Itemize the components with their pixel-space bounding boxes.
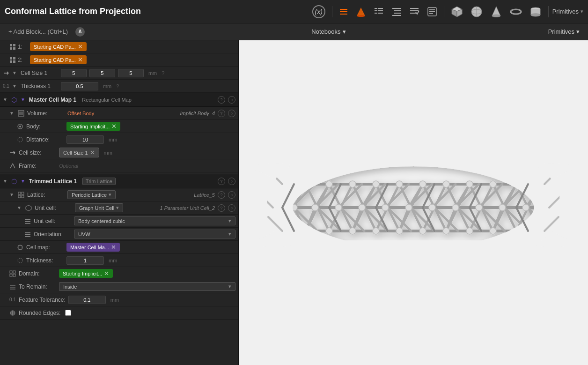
tl-inner-chevron[interactable] <box>21 179 25 184</box>
item-1-tag[interactable]: Starting CAD Pa... ✕ <box>30 42 87 51</box>
shape-btn-3[interactable] <box>389 5 404 19</box>
unit-cell-menu-btn[interactable]: ○ <box>228 204 235 212</box>
sphere-btn[interactable] <box>468 4 485 20</box>
svg-rect-64 <box>22 195 24 198</box>
svg-rect-81 <box>10 289 15 290</box>
feature-tolerance-unit: mm <box>110 297 119 303</box>
thickness-input[interactable] <box>61 82 98 90</box>
cell-size-tag-close[interactable]: ✕ <box>90 149 95 156</box>
distance-input[interactable] <box>66 135 104 144</box>
fx-button[interactable]: (x) <box>309 3 328 20</box>
mcm-help-btn[interactable]: ? <box>218 96 225 104</box>
lattice-help-btn[interactable]: ? <box>218 191 225 199</box>
volume-row[interactable]: Volume: Offset Body Implicit Body_4 ? ○ <box>0 107 238 120</box>
feature-tolerance-input[interactable] <box>68 296 106 304</box>
thickness-chevron[interactable] <box>12 83 17 89</box>
item-2-tag[interactable]: Starting CAD Pa... ✕ <box>30 55 87 64</box>
volume-chevron[interactable] <box>9 111 14 116</box>
tl-help-btn[interactable]: ? <box>218 178 225 185</box>
tl-thickness-input[interactable] <box>66 256 104 265</box>
tl-menu-btn[interactable]: ○ <box>228 178 235 185</box>
cell-size-chevron[interactable] <box>12 70 17 75</box>
tl-thickness-row[interactable]: Thickness: mm <box>0 254 238 267</box>
unit-cell-ref: 1 Parameter Unit Cell_2 <box>160 205 215 211</box>
mcm-cell-size-row[interactable]: Cell size: Cell Size 1 ✕ mm <box>0 146 238 159</box>
primitives-button[interactable]: Primitives ▾ <box>544 26 583 37</box>
unit-cell-value: Body centered cubic <box>78 218 125 224</box>
cell-map-row[interactable]: Cell map: Master Cell Ma... ✕ <box>0 241 238 254</box>
lattice-chevron[interactable] <box>9 192 14 197</box>
shape-btn-2[interactable] <box>371 5 387 19</box>
cylinder-btn[interactable] <box>527 4 544 20</box>
item-2-close[interactable]: ✕ <box>78 56 83 63</box>
item-1-close[interactable]: ✕ <box>78 43 83 50</box>
orientation-row[interactable]: Orientation: UVW ▾ <box>0 228 238 241</box>
to-remain-row[interactable]: To Remain: Inside ▾ <box>0 280 238 293</box>
body-row[interactable]: Body: Starting Implicit... ✕ <box>0 120 238 133</box>
feature-tolerance-row[interactable]: 0.1 Feature Tolerance: mm <box>0 293 238 306</box>
cone-btn[interactable] <box>487 4 505 20</box>
cell-size-label: Cell Size 1 <box>21 70 58 76</box>
unit-cell-help-btn[interactable]: ? <box>218 204 225 212</box>
lattice-row[interactable]: Lattice: Periodic Lattice ▾ Lattice_5 ? … <box>0 188 238 201</box>
volume-help-btn[interactable]: ? <box>218 110 225 117</box>
svg-point-185 <box>312 204 318 211</box>
domain-tag[interactable]: Starting Implicit... ✕ <box>59 269 113 278</box>
box-btn[interactable] <box>448 4 466 20</box>
svg-rect-10 <box>378 13 383 14</box>
notebooks-button[interactable]: Notebooks ▾ <box>308 26 349 37</box>
frame-row[interactable]: Frame: Optional <box>0 159 238 172</box>
lattice-ref: Lattice_5 <box>194 192 215 198</box>
unit-cell-type-btn[interactable]: Graph Unit Cell ▾ <box>75 203 123 212</box>
list-icon-btn[interactable] <box>336 5 351 18</box>
svg-rect-66 <box>25 219 30 220</box>
frame-label: Frame: <box>19 163 56 169</box>
torus-btn[interactable] <box>507 4 525 20</box>
svg-rect-46 <box>10 60 12 63</box>
add-block-button[interactable]: + Add Block... (Ctrl+L) <box>5 26 72 37</box>
mcm-menu-btn[interactable]: ○ <box>228 96 235 104</box>
list-icon-2 <box>374 7 384 17</box>
rounded-edges-checkbox[interactable] <box>65 310 71 316</box>
thickness-row[interactable]: 0.1 Thickness 1 mm ? <box>0 80 238 93</box>
note-btn[interactable] <box>424 5 440 19</box>
cell-size-x-input[interactable] <box>61 69 87 77</box>
body-tag[interactable]: Starting Implicit... ✕ <box>66 122 120 131</box>
tl-chevron[interactable] <box>3 179 7 184</box>
item-2-row[interactable]: 2: Starting CAD Pa... ✕ <box>0 53 238 67</box>
rounded-edges-row[interactable]: Rounded Edges: <box>0 306 238 320</box>
rounded-edges-icon <box>9 310 16 316</box>
svg-rect-16 <box>410 10 419 11</box>
svg-rect-8 <box>378 10 383 11</box>
to-remain-select[interactable]: Inside ▾ <box>59 282 235 291</box>
cell-size-y-input[interactable] <box>89 69 115 77</box>
lattice-menu-btn[interactable]: ○ <box>228 191 235 199</box>
cell-map-tag[interactable]: Master Cell Ma... ✕ <box>66 243 120 252</box>
mcm-chevron[interactable] <box>3 97 7 102</box>
svg-point-189 <box>405 204 412 211</box>
unit-cell-inner-row[interactable]: Unit cell: Body centered cubic ▾ <box>0 215 238 228</box>
body-tag-close[interactable]: ✕ <box>111 123 117 130</box>
cell-size-row[interactable]: Cell Size 1 mm ? <box>0 67 238 80</box>
unit-cell-outer-row[interactable]: Unit cell: Graph Unit Cell ▾ 1 Parameter… <box>0 201 238 215</box>
master-cell-map-header[interactable]: ⬡ Master Cell Map 1 Rectangular Cell Map… <box>0 93 238 107</box>
svg-rect-71 <box>25 236 30 237</box>
item-1-row[interactable]: 1: Starting CAD Pa... ✕ <box>0 40 238 53</box>
domain-tag-close[interactable]: ✕ <box>104 270 109 277</box>
cell-size-z-input[interactable] <box>118 69 144 77</box>
shape-btn-1[interactable] <box>353 5 369 19</box>
shape-btn-4[interactable] <box>406 5 422 19</box>
cell-size-help[interactable]: ? <box>162 70 164 76</box>
distance-row[interactable]: Distance: mm <box>0 133 238 146</box>
orientation-select[interactable]: UVW ▾ <box>74 230 235 238</box>
mcm-inner-chevron[interactable] <box>21 97 25 102</box>
lattice-type-btn[interactable]: Periodic Lattice ▾ <box>67 190 116 199</box>
unit-cell-select[interactable]: Body centered cubic ▾ <box>74 216 235 225</box>
cell-map-tag-close[interactable]: ✕ <box>111 244 116 251</box>
unit-cell-chevron[interactable] <box>17 205 22 210</box>
domain-row[interactable]: Domain: Starting Implicit... ✕ <box>0 267 238 280</box>
thickness-help[interactable]: ? <box>116 83 119 89</box>
trimmed-lattice-header[interactable]: ⬡ Trimmed Lattice 1 Trim Lattice ? ○ <box>0 174 238 188</box>
volume-menu-btn[interactable]: ○ <box>228 110 235 117</box>
cell-size-tag[interactable]: Cell Size 1 ✕ <box>59 148 99 157</box>
